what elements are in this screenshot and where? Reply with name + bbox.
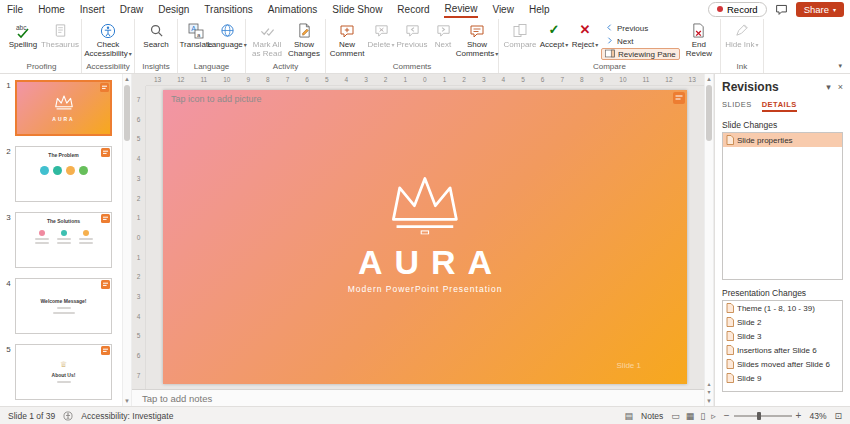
slide-sorter-icon[interactable]: ▦ xyxy=(686,411,695,421)
scrollbar-thumb[interactable] xyxy=(124,85,130,141)
mini-columns xyxy=(16,230,111,244)
mark-all-read-label: Mark All as Read xyxy=(250,40,284,58)
show-comments-button[interactable]: Show Comments▾ xyxy=(459,19,495,58)
comments-icon[interactable] xyxy=(775,3,788,16)
ruler-number: 11 xyxy=(200,76,207,83)
previous-comment-icon xyxy=(405,22,420,39)
ruler-number: 12 xyxy=(665,76,672,83)
presentation-change-item[interactable]: Slide 9 xyxy=(723,371,842,385)
accept-button[interactable]: ✓ Accept▾ xyxy=(539,19,569,49)
previous-change-button[interactable]: Previous xyxy=(601,22,680,34)
tab-slides[interactable]: SLIDES xyxy=(722,100,752,112)
thumbnail-slide-4[interactable]: Welcome Message! xyxy=(15,278,112,334)
chevron-down-icon[interactable]: ▾ xyxy=(826,82,831,92)
document-icon xyxy=(726,317,734,327)
menu-animations[interactable]: Animations xyxy=(267,2,318,17)
next-slide-button[interactable]: ▾ xyxy=(707,388,710,396)
ruler-number: 13 xyxy=(154,76,161,83)
presentation-change-item[interactable]: Insertions after Slide 6 xyxy=(723,343,842,357)
scroll-up-icon[interactable]: ▲ xyxy=(124,75,130,83)
ribbon-group-accessibility: Check Accessibility▾ Accessibility xyxy=(82,19,135,73)
slide-title-text[interactable]: AURA xyxy=(346,243,504,282)
slide-changes-label: Slide Changes xyxy=(722,120,843,130)
editor-scrollbar[interactable]: ▲ ▴ ▾ ▼ xyxy=(704,74,714,406)
previous-slide-button[interactable]: ▴ xyxy=(707,380,710,388)
record-button[interactable]: Record xyxy=(708,2,767,17)
language-button[interactable]: Language▾ xyxy=(212,19,242,49)
hide-ink-button[interactable]: Hide Ink▾ xyxy=(724,19,760,49)
new-comment-button[interactable]: New Comment xyxy=(329,19,365,58)
search-button[interactable]: Search xyxy=(138,19,174,49)
scroll-down-icon[interactable]: ▼ xyxy=(706,397,712,405)
ruler-number: 2 xyxy=(462,76,466,83)
zoom-percent[interactable]: 43% xyxy=(809,411,826,421)
ruler-corner xyxy=(132,74,146,86)
search-label: Search xyxy=(143,40,168,49)
notes-toggle[interactable]: Notes xyxy=(641,411,663,421)
scroll-up-icon[interactable]: ▲ xyxy=(706,75,712,83)
check-accessibility-button[interactable]: Check Accessibility▾ xyxy=(85,19,131,58)
mark-all-read-button[interactable]: Mark All as Read xyxy=(249,19,285,58)
zoom-in-icon[interactable]: + xyxy=(796,410,802,421)
next-comment-button[interactable]: Next xyxy=(428,19,458,49)
presentation-change-item[interactable]: Slide 2 xyxy=(723,315,842,329)
ribbon-group-ink: Hide Ink▾ Ink xyxy=(721,19,764,73)
close-icon[interactable]: × xyxy=(838,82,843,92)
menu-home[interactable]: Home xyxy=(37,2,66,17)
end-review-button[interactable]: End Review xyxy=(681,19,717,58)
comment-badge-icon[interactable] xyxy=(673,92,685,104)
picture-placeholder-text[interactable]: Tap icon to add picture xyxy=(171,94,262,104)
menu-record[interactable]: Record xyxy=(396,2,430,17)
menu-design[interactable]: Design xyxy=(157,2,190,17)
slide-change-item[interactable]: Slide properties xyxy=(723,133,842,147)
delete-comment-button[interactable]: Delete▾ xyxy=(366,19,396,49)
presentation-change-item[interactable]: Theme (1 - 8, 10 - 39) xyxy=(723,301,842,315)
menu-review[interactable]: Review xyxy=(444,1,479,18)
ruler-number: 9 xyxy=(600,76,604,83)
slideshow-icon[interactable]: ▹ xyxy=(711,411,716,421)
zoom-slider[interactable] xyxy=(734,415,792,417)
chevron-down-icon: ▾ xyxy=(595,42,598,48)
slide-canvas[interactable]: Tap icon to add picture AURA Modern Powe… xyxy=(163,90,687,384)
menu-help[interactable]: Help xyxy=(528,2,551,17)
presentation-change-item[interactable]: Slides moved after Slide 6 xyxy=(723,357,842,371)
compare-button[interactable]: Compare xyxy=(502,19,538,49)
normal-view-icon[interactable]: ▭ xyxy=(671,411,680,421)
reading-view-icon[interactable]: ▯ xyxy=(700,411,705,421)
chevron-down-icon: ▾ xyxy=(755,42,758,48)
presentation-change-item[interactable]: Slide 3 xyxy=(723,329,842,343)
next-change-button[interactable]: Next xyxy=(601,35,680,47)
thumbnail-slide-2[interactable]: The Problem xyxy=(15,146,112,202)
slide-subtitle-text[interactable]: Modern PowerPoint Presentation xyxy=(348,284,503,294)
scroll-down-icon[interactable]: ▼ xyxy=(124,397,130,405)
menubar: File Home Insert Draw Design Transitions… xyxy=(0,0,850,18)
scrollbar-thumb[interactable] xyxy=(706,85,712,141)
zoom-out-icon[interactable]: − xyxy=(724,410,730,421)
collapse-ribbon-icon[interactable]: ▾ xyxy=(838,62,842,70)
menu-slide-show[interactable]: Slide Show xyxy=(331,2,383,17)
menu-transitions[interactable]: Transitions xyxy=(203,2,254,17)
zoom-slider-thumb[interactable] xyxy=(757,412,761,420)
thumbnail-slide-3[interactable]: The Solutions xyxy=(15,212,112,268)
chevron-down-icon: ▾ xyxy=(129,51,132,57)
view-switcher: ▭ ▦ ▯ ▹ xyxy=(671,411,716,421)
thumbnail-slide-5[interactable]: ♕ About Us! xyxy=(15,344,112,400)
thumbnail-slide-1[interactable]: AURA xyxy=(15,80,112,136)
accessibility-status[interactable]: Accessibility: Investigate xyxy=(81,411,173,421)
spelling-button[interactable]: abc Spelling xyxy=(5,19,41,49)
tab-details[interactable]: DETAILS xyxy=(762,100,797,112)
menu-insert[interactable]: Insert xyxy=(79,2,106,17)
reviewing-pane-toggle[interactable]: Reviewing Pane xyxy=(601,48,680,60)
previous-comment-button[interactable]: Previous xyxy=(397,19,427,49)
menu-view[interactable]: View xyxy=(491,2,515,17)
mini-circles xyxy=(16,166,111,175)
show-changes-button[interactable]: Show Changes xyxy=(286,19,322,58)
menu-draw[interactable]: Draw xyxy=(119,2,144,17)
chevron-down-icon: ▾ xyxy=(565,42,568,48)
thumbnail-scrollbar[interactable]: ▲ ▼ xyxy=(122,74,132,406)
menu-file[interactable]: File xyxy=(6,2,24,17)
share-button[interactable]: Share ▾ xyxy=(796,2,844,17)
notes-area[interactable]: Tap to add notes xyxy=(132,389,704,406)
reject-button[interactable]: ✕ Reject▾ xyxy=(570,19,600,49)
thesaurus-button[interactable]: Thesaurus xyxy=(42,19,78,49)
